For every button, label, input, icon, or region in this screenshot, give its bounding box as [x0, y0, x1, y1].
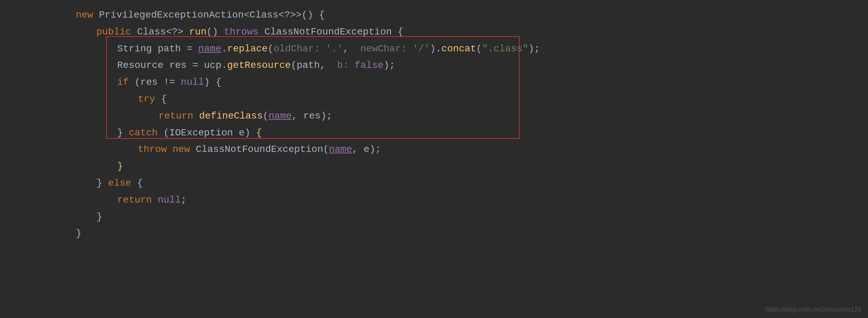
code-line-10: } — [0, 158, 868, 175]
code-line-2: public Class<?> run() throws ClassNotFou… — [0, 24, 868, 41]
code-line-14: } — [0, 225, 868, 242]
code-line-3: String path = name.replace(oldChar: '.',… — [0, 41, 868, 58]
code-line-13: } — [0, 209, 868, 226]
watermark: https://blog.csdn.net/zxzzxzzxz123 — [766, 305, 861, 315]
var-name-2: name — [268, 109, 292, 124]
code-line-12: return null; — [0, 192, 868, 209]
code-line-9: throw new ClassNotFoundException(name, e… — [0, 141, 868, 158]
code-line-5: if (res != null) { — [0, 74, 868, 91]
code-container: new PrivilegedExceptionAction<Class<?>>(… — [0, 0, 868, 249]
kw-throws: throws — [224, 24, 265, 40]
kw-if: if — [117, 75, 129, 90]
return-type: Class<?> — [137, 24, 189, 40]
method-defineclass: defineClass — [199, 109, 263, 124]
kw-catch: catch — [129, 125, 158, 141]
var-name-1: name — [198, 41, 221, 57]
var-name-3: name — [329, 142, 352, 157]
kw-else: else — [108, 176, 131, 191]
parens: () — [206, 24, 224, 40]
code-line-6: try { — [0, 91, 868, 108]
kw-return-2: return — [117, 193, 152, 208]
kw-try: try — [138, 92, 155, 107]
kw-public: public — [96, 24, 137, 40]
brace: { — [392, 24, 404, 40]
method-run: run — [189, 24, 206, 40]
method-getresource: getResource — [227, 58, 291, 73]
kw-return-1: return — [159, 109, 193, 124]
kw-throw: throw — [138, 142, 167, 157]
method-replace: replace — [227, 41, 268, 57]
code-line-4: Resource res = ucp.getResource(path, b: … — [0, 57, 868, 74]
class-name: PrivilegedExceptionAction<Class<?>>() — [99, 8, 313, 23]
code-line-1: new PrivilegedExceptionAction<Class<?>>(… — [0, 7, 868, 24]
kw-new: new — [76, 8, 99, 23]
type-resource: Resource — [117, 58, 163, 73]
exception-type: ClassNotFoundException — [264, 24, 392, 40]
type-string: String — [117, 41, 152, 57]
code-line-7: return defineClass(name, res); — [0, 108, 868, 125]
brace-open: { — [313, 8, 325, 23]
code-line-8: } catch (IOException e) { — [0, 125, 868, 142]
code-line-11: } else { — [0, 175, 868, 192]
method-concat: concat — [441, 41, 476, 57]
